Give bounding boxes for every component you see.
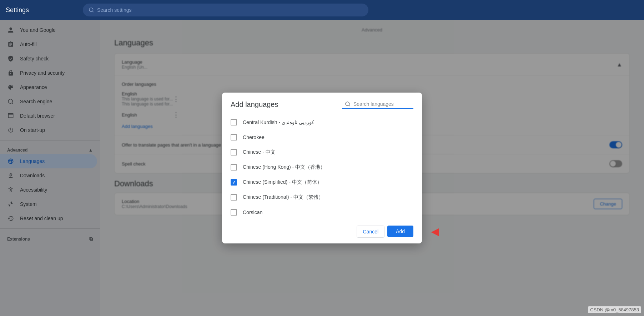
dialog-title: Add languages <box>231 100 278 109</box>
lang-checkbox-chinese[interactable] <box>231 149 237 155</box>
search-input[interactable] <box>97 7 363 13</box>
lang-name: Chinese - 中文 <box>243 149 276 155</box>
lang-name: Chinese (Simplified) - 中文（简体） <box>243 179 322 186</box>
dialog-header: Add languages <box>222 93 422 115</box>
svg-point-0 <box>89 8 93 12</box>
arrow-right-2: ◀ <box>431 226 438 237</box>
list-item[interactable]: Chinese - 中文 <box>225 145 419 160</box>
lang-name: Central Kurdish - کوردیی ناوەندی <box>243 119 314 125</box>
search-languages-input[interactable] <box>353 101 411 107</box>
lang-checkbox-corsican[interactable] <box>231 209 237 216</box>
list-item[interactable]: Chinese (Hong Kong) - 中文（香港） <box>225 160 419 175</box>
list-item[interactable]: Cherokee <box>225 130 419 145</box>
watermark: CSDN @m0_58497853 <box>588 306 641 313</box>
svg-line-6 <box>349 105 350 106</box>
lang-name: Chinese (Traditional) - 中文（繁體） <box>243 194 323 201</box>
modal-overlay: Add languages Central Kurdish - کوردیی ن… <box>0 20 644 316</box>
lang-checkbox-cherokee[interactable] <box>231 134 237 140</box>
lang-name: Corsican <box>243 209 262 215</box>
header: Settings <box>0 0 644 20</box>
lang-checkbox-chinese-hk[interactable] <box>231 164 237 171</box>
add-button[interactable]: Add <box>387 226 413 237</box>
app-title: Settings <box>6 6 77 14</box>
lang-checkbox-chinese-traditional[interactable] <box>231 194 237 201</box>
search-languages-icon <box>345 101 351 107</box>
lang-checkbox-central-kurdish[interactable] <box>231 119 237 125</box>
cancel-button[interactable]: Cancel <box>357 226 384 238</box>
svg-line-1 <box>92 11 94 12</box>
lang-name: Chinese (Hong Kong) - 中文（香港） <box>243 164 325 171</box>
languages-list: Central Kurdish - کوردیی ناوەندی Cheroke… <box>222 115 422 220</box>
lang-checkbox-chinese-simplified[interactable] <box>231 179 237 186</box>
list-item[interactable]: Chinese (Simplified) - 中文（简体） ➤ <box>225 175 419 190</box>
dialog-footer: Cancel Add ◀ <box>222 220 422 243</box>
list-item[interactable]: Chinese (Traditional) - 中文（繁體） <box>225 190 419 205</box>
add-languages-dialog: Add languages Central Kurdish - کوردیی ن… <box>222 93 422 243</box>
list-item[interactable]: Corsican <box>225 205 419 220</box>
search-bar[interactable] <box>83 4 368 16</box>
search-icon <box>89 7 94 13</box>
list-item[interactable]: Central Kurdish - کوردیی ناوەندی <box>225 115 419 130</box>
svg-point-5 <box>346 102 349 106</box>
lang-name: Cherokee <box>243 134 265 140</box>
dialog-search-container[interactable] <box>342 100 413 109</box>
